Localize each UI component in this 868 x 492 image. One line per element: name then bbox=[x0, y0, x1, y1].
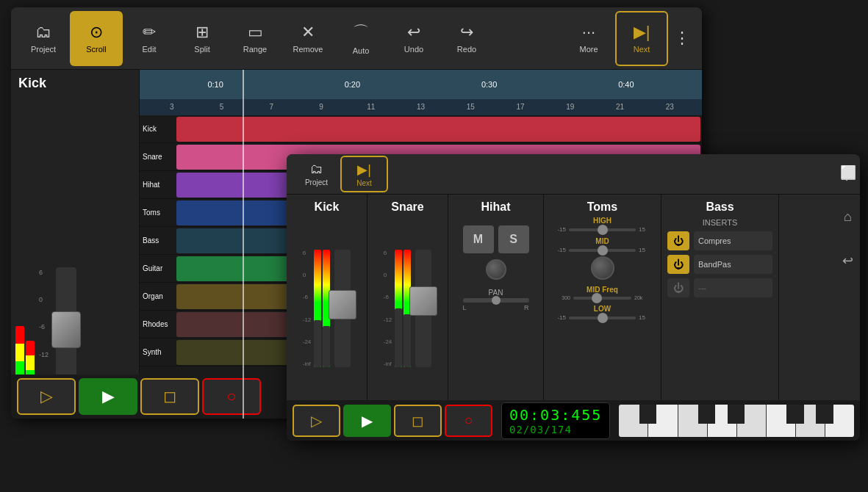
toolbar-btn-more-label: More bbox=[579, 45, 598, 54]
eq-high-slider[interactable] bbox=[569, 228, 636, 231]
eq-midfreq-slider[interactable] bbox=[573, 297, 631, 300]
kb-black-4 bbox=[786, 405, 803, 424]
ruler-times: 0:10 0:20 0:30 0:40 bbox=[140, 80, 702, 89]
insert-row-1: ⏻ BandPas bbox=[667, 255, 772, 274]
beat-5: 5 bbox=[197, 99, 247, 115]
channel-strip-bass: Bass INSERTS ⏻ Compres ⏻ BandPas ⏻ --- bbox=[661, 195, 779, 400]
mixer-transport-record[interactable]: ○ bbox=[445, 405, 492, 437]
mute-button[interactable]: M bbox=[463, 225, 494, 253]
playhead bbox=[243, 70, 244, 419]
toolbar-btn-range[interactable]: ▭ Range bbox=[229, 11, 281, 66]
toolbar-btn-more[interactable]: ··· More bbox=[562, 11, 615, 66]
mixer-btn-next-label: Next bbox=[356, 179, 372, 187]
track-label-synth: Synth bbox=[143, 348, 162, 356]
toolbar-overflow-menu[interactable]: ⋮ bbox=[668, 29, 696, 48]
eq-mid-knob[interactable] bbox=[591, 256, 614, 280]
insert-power-1[interactable]: ⏻ bbox=[667, 255, 689, 274]
pan-slider-thumb bbox=[492, 296, 501, 305]
mixer-transport-play[interactable]: ▶ bbox=[343, 405, 391, 437]
sidebar-btn-home[interactable]: ⌂ bbox=[837, 206, 859, 228]
beat-15: 15 bbox=[445, 99, 495, 115]
toolbar-btn-project-label: Project bbox=[31, 45, 56, 54]
mixer-transport: ▷ ▶ ◻ ○ 00:03:455 02/03/174 bbox=[287, 400, 860, 441]
snare-vu-fader bbox=[395, 250, 431, 367]
solo-button[interactable]: S bbox=[498, 225, 529, 253]
db-minus12: -12 bbox=[39, 351, 49, 358]
eq-mid-slider[interactable] bbox=[569, 249, 636, 252]
kb-black-2 bbox=[698, 405, 715, 424]
toolbar-btn-remove[interactable]: ✕ Remove bbox=[281, 11, 334, 66]
mixer-transport-stop[interactable]: ◻ bbox=[394, 405, 442, 437]
main-fader-handle[interactable] bbox=[51, 311, 81, 348]
transport-stop[interactable]: ◻ bbox=[140, 378, 199, 415]
mixer-record-icon: ○ bbox=[464, 412, 473, 429]
right-side-panel: ⬜ ⌂ ↩ bbox=[835, 162, 861, 272]
eq-high-thumb bbox=[598, 225, 608, 235]
track-waveform-kick[interactable] bbox=[176, 117, 700, 142]
sidebar-btn-window[interactable]: ⬜ bbox=[837, 162, 859, 184]
mixer-content: Kick 6 0 -6 -12 -24 -inf bbox=[287, 195, 860, 400]
scroll-icon: ⊙ bbox=[90, 23, 103, 42]
eq-section-toms: HIGH -15 15 MID -15 bbox=[550, 217, 655, 321]
fader-area: 6 0 -6 -12 -24 -inf bbox=[15, 97, 134, 414]
kb-key-6 bbox=[767, 405, 796, 437]
mixer-btn-next[interactable]: ▶| Next bbox=[340, 156, 388, 192]
mixer-play-icon: ▶ bbox=[362, 412, 373, 430]
snare-fader-handle[interactable] bbox=[409, 286, 437, 316]
insert-name-2[interactable]: --- bbox=[694, 278, 772, 297]
toolbar-btn-edit-label: Edit bbox=[143, 45, 157, 54]
track-label-hihat: Hihat bbox=[143, 181, 159, 189]
track-label-organ: Organ bbox=[143, 292, 163, 300]
transport-record[interactable]: ○ bbox=[202, 378, 261, 415]
toolbar-btn-scroll[interactable]: ⊙ Scroll bbox=[70, 11, 123, 66]
toolbar-btn-next[interactable]: ▶| Next bbox=[615, 11, 668, 66]
track-label-rhodes: Rhodes bbox=[143, 320, 168, 328]
channel-strip-kick: Kick 6 0 -6 -12 -24 -inf bbox=[287, 195, 367, 400]
transport-play-outline[interactable]: ▷ bbox=[17, 378, 76, 415]
channel-name-hihat: Hihat bbox=[481, 200, 511, 214]
toolbar-btn-project[interactable]: 🗂 Project bbox=[17, 11, 70, 66]
insert-name-1[interactable]: BandPas bbox=[694, 255, 772, 274]
kick-fader-handle[interactable] bbox=[329, 290, 356, 319]
toolbar-btn-next-label: Next bbox=[634, 45, 650, 54]
undo-icon: ↩ bbox=[407, 23, 420, 42]
toolbar-btn-edit[interactable]: ✏ Edit bbox=[123, 11, 176, 66]
eq-mid-knob-row bbox=[550, 256, 655, 280]
kb-key-1 bbox=[619, 405, 648, 437]
toolbar-btn-undo[interactable]: ↩ Undo bbox=[387, 11, 440, 66]
pan-slider[interactable] bbox=[463, 298, 529, 303]
insert-power-2[interactable]: ⏻ bbox=[667, 278, 689, 297]
kick-fader-track[interactable] bbox=[334, 250, 351, 367]
hihat-knob[interactable] bbox=[486, 259, 506, 280]
mixer-btn-project[interactable]: 🗂 Project bbox=[293, 156, 340, 192]
split-icon: ⊞ bbox=[196, 23, 209, 42]
toolbar-btn-auto[interactable]: ⌒ Auto bbox=[334, 11, 387, 66]
track-row-kick[interactable]: Kick bbox=[140, 115, 702, 143]
kb-black-3 bbox=[728, 405, 745, 424]
eq-band-midfreq: MID Freq 300 20k bbox=[550, 286, 655, 300]
insert-power-0[interactable]: ⏻ bbox=[667, 231, 689, 250]
kick-db-scale: 6 0 -6 -12 -24 -inf bbox=[303, 250, 312, 367]
mixer-transport-play-outline[interactable]: ▷ bbox=[293, 405, 340, 437]
redo-icon: ↪ bbox=[460, 23, 473, 42]
eq-high-slider-row: -15 15 bbox=[550, 226, 655, 233]
mixer-next-icon: ▶| bbox=[357, 162, 371, 178]
time-main: 00:03:455 bbox=[509, 406, 602, 424]
mixer-window: 🗂 Project ▶| Next ⋮ Kick 6 0 -6 -12 -24 … bbox=[287, 154, 860, 441]
eq-midfreq-label: MID Freq bbox=[550, 286, 655, 294]
sidebar-btn-back[interactable]: ↩ bbox=[837, 250, 859, 272]
channel-name-snare: Snare bbox=[391, 200, 423, 214]
snare-vu-right-mask bbox=[403, 314, 411, 367]
insert-name-0[interactable]: Compres bbox=[694, 231, 772, 250]
remove-icon: ✕ bbox=[301, 23, 315, 42]
eq-low-slider[interactable] bbox=[569, 316, 636, 319]
beat-21: 21 bbox=[595, 99, 645, 115]
channel-strip-snare: Snare 6 0 -6 -12 -24 -inf bbox=[367, 195, 448, 400]
keyboard-preview bbox=[619, 405, 854, 437]
toolbar-btn-redo[interactable]: ↪ Redo bbox=[440, 11, 493, 66]
toolbar-btn-split[interactable]: ⊞ Split bbox=[176, 11, 229, 66]
toolbar-btn-scroll-label: Scroll bbox=[86, 45, 107, 54]
ms-buttons: M S bbox=[463, 225, 529, 253]
transport-play[interactable]: ▶ bbox=[79, 378, 137, 415]
snare-fader-track[interactable] bbox=[415, 250, 431, 367]
